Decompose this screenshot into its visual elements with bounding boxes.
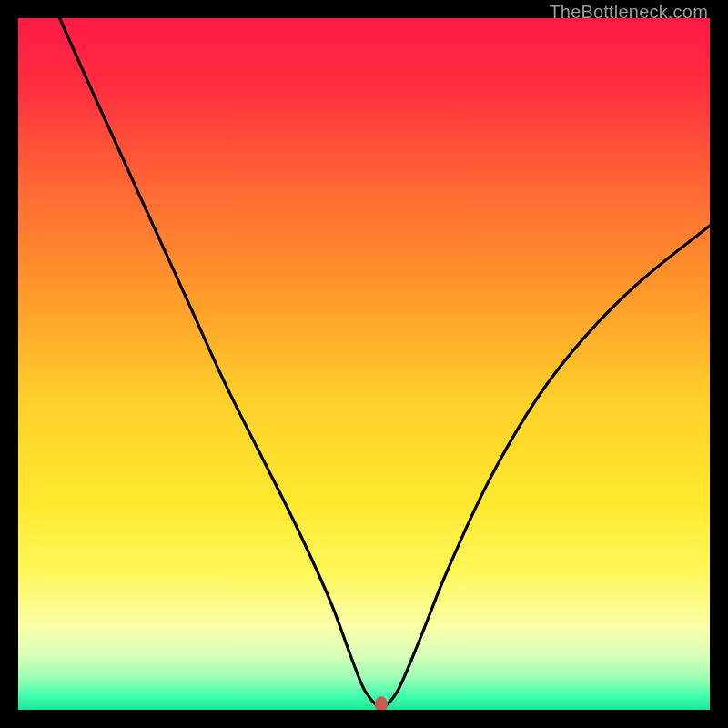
watermark-label: TheBottleneck.com [549, 2, 708, 23]
chart-frame: TheBottleneck.com [0, 0, 728, 728]
optimal-point-marker [375, 696, 388, 710]
bottleneck-curve [18, 18, 710, 710]
plot-area [18, 18, 710, 710]
